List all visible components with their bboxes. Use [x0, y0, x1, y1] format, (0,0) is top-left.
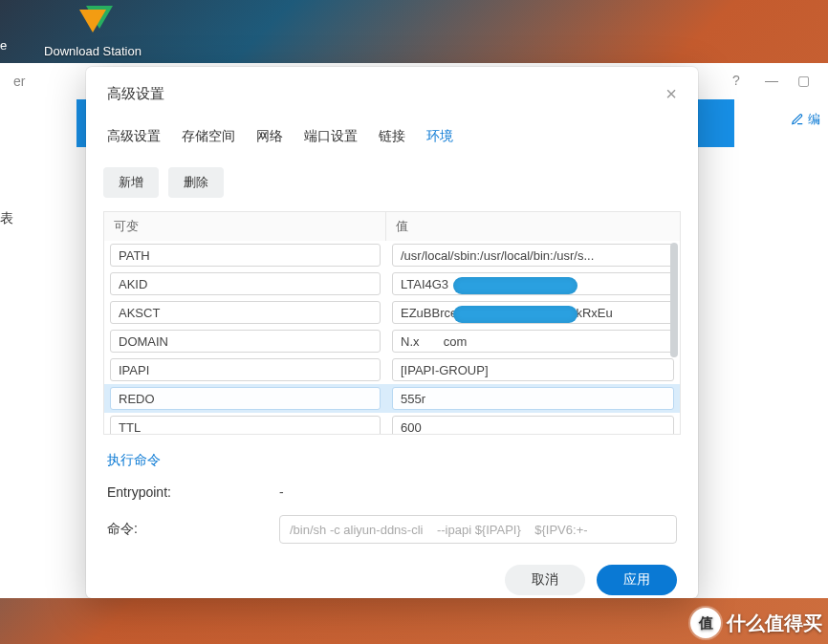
command-label: 命令:	[107, 521, 279, 538]
table-row[interactable]	[104, 355, 680, 384]
env-value-input[interactable]	[392, 358, 674, 381]
tab-3[interactable]: 端口设置	[304, 128, 358, 157]
env-table-body	[104, 241, 680, 434]
close-icon[interactable]: ×	[665, 84, 677, 103]
advanced-settings-modal: 高级设置 × 高级设置存储空间网络端口设置链接环境 新增 删除 可变 值 执行命…	[86, 67, 698, 598]
modal-tabs: 高级设置存储空间网络端口设置链接环境	[86, 118, 698, 158]
env-toolbar: 新增 删除	[86, 158, 698, 211]
env-value-input[interactable]	[392, 244, 674, 267]
env-key-input[interactable]	[110, 272, 381, 295]
env-key-input[interactable]	[110, 416, 381, 434]
env-key-input[interactable]	[110, 330, 381, 353]
redaction-overlay	[453, 277, 577, 294]
scrollbar-track[interactable]	[670, 243, 678, 432]
env-table: 可变 值	[103, 211, 681, 435]
column-key: 可变	[104, 212, 386, 241]
watermark-text: 什么值得买	[727, 611, 822, 636]
table-row[interactable]	[104, 298, 680, 327]
modal-overlay: 高级设置 × 高级设置存储空间网络端口设置链接环境 新增 删除 可变 值 执行命…	[0, 0, 828, 644]
modal-title: 高级设置	[107, 85, 164, 103]
entrypoint-label: Entrypoint:	[107, 484, 279, 500]
table-row[interactable]	[104, 241, 680, 269]
env-key-input[interactable]	[110, 301, 381, 324]
exec-section-title: 执行命令	[107, 452, 677, 469]
command-input[interactable]	[279, 515, 677, 544]
env-table-header: 可变 值	[104, 212, 680, 241]
tab-2[interactable]: 网络	[256, 128, 283, 157]
watermark-badge-icon: 值	[690, 608, 721, 638]
scrollbar-thumb[interactable]	[670, 243, 678, 357]
tab-1[interactable]: 存储空间	[182, 128, 235, 157]
modal-footer: 取消 应用	[86, 551, 698, 612]
cancel-button[interactable]: 取消	[505, 565, 585, 595]
table-row[interactable]	[104, 327, 680, 355]
env-value-input[interactable]	[392, 416, 674, 434]
redaction-overlay	[453, 306, 577, 323]
modal-header: 高级设置 ×	[86, 67, 698, 118]
watermark: 值 什么值得买	[690, 608, 822, 638]
tab-4[interactable]: 链接	[379, 128, 405, 157]
delete-button[interactable]: 删除	[168, 167, 224, 198]
env-key-input[interactable]	[110, 387, 381, 410]
env-key-input[interactable]	[110, 244, 381, 267]
entrypoint-row: Entrypoint: -	[107, 484, 677, 500]
tab-5[interactable]: 环境	[426, 128, 453, 157]
table-row[interactable]	[104, 269, 680, 298]
entrypoint-value: -	[279, 484, 284, 500]
column-value: 值	[386, 212, 680, 241]
add-button[interactable]: 新增	[103, 167, 159, 198]
env-value-input[interactable]	[392, 330, 674, 353]
table-row[interactable]	[104, 384, 680, 413]
env-key-input[interactable]	[110, 358, 381, 381]
apply-button[interactable]: 应用	[597, 565, 677, 595]
env-value-input[interactable]	[392, 387, 674, 410]
table-row[interactable]	[104, 413, 680, 434]
command-row: 命令:	[107, 515, 677, 544]
tab-0[interactable]: 高级设置	[107, 128, 161, 157]
